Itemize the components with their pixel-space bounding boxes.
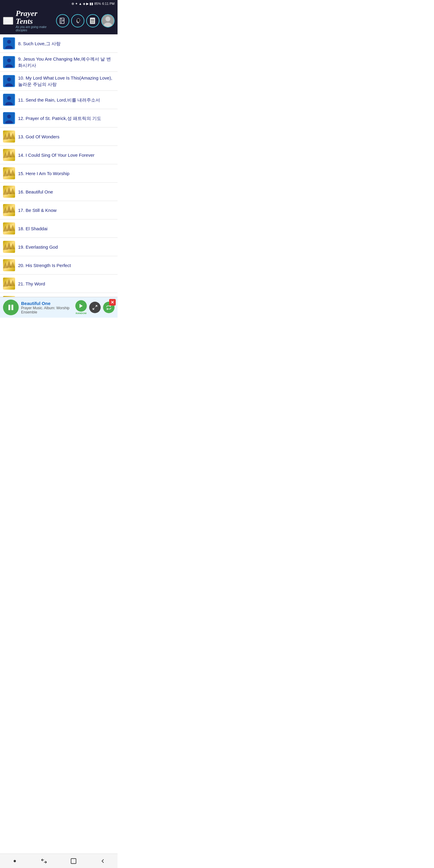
song-title: 9. Jesus You Are Changing Me,예수께서 날 변화시키… bbox=[18, 56, 115, 68]
svg-point-31 bbox=[7, 115, 11, 119]
song-thumbnail bbox=[3, 259, 15, 271]
song-item[interactable]: 14. I Could Sing Of Your Love Forever bbox=[0, 146, 118, 164]
now-playing-info: Beautiful One Prayer Music. Album: Worsh… bbox=[21, 301, 73, 314]
microphone-icon bbox=[74, 17, 82, 24]
song-title: 10. My Lord What Love Is This(Amazing Lo… bbox=[18, 75, 115, 87]
song-title: 11. Send the Rain, Lord,비를 내려주소서 bbox=[18, 97, 100, 103]
logo-area: Prayer Tents As you are going make disci… bbox=[16, 10, 54, 32]
pause-button[interactable] bbox=[3, 300, 19, 315]
bible-icon: ✝ bbox=[59, 17, 66, 24]
random-label: RANDOM bbox=[76, 312, 87, 315]
now-playing-bar: Beautiful One Prayer Music. Album: Worsh… bbox=[0, 297, 118, 318]
now-playing-title: Beautiful One bbox=[21, 301, 73, 306]
song-title: 16. Beautiful One bbox=[18, 189, 53, 195]
song-item[interactable]: 8. Such Love,그 사랑 bbox=[0, 34, 118, 53]
play-icon bbox=[79, 303, 84, 309]
svg-point-25 bbox=[7, 78, 11, 82]
song-item[interactable]: 20. His Strength Is Perfect bbox=[0, 256, 118, 275]
random-play-button[interactable] bbox=[75, 300, 87, 312]
song-thumbnail bbox=[3, 56, 15, 68]
song-thumbnail bbox=[3, 222, 15, 235]
sheet-music-icon bbox=[89, 17, 96, 24]
svg-line-74 bbox=[96, 305, 97, 307]
expand-icon bbox=[92, 305, 98, 310]
song-item[interactable]: 9. Jesus You Are Changing Me,예수께서 날 변화시키… bbox=[0, 53, 118, 72]
song-title: 8. Such Love,그 사랑 bbox=[18, 40, 61, 47]
song-item[interactable]: 18. El Shaddai bbox=[0, 219, 118, 238]
app-subtitle: As you are going make disciples bbox=[16, 25, 54, 32]
song-thumbnail bbox=[3, 112, 15, 124]
song-thumbnail bbox=[3, 167, 15, 179]
svg-line-75 bbox=[93, 308, 94, 310]
svg-marker-73 bbox=[80, 304, 83, 308]
battery: 85% bbox=[94, 2, 101, 5]
svg-point-19 bbox=[7, 40, 11, 44]
song-list: 8. Such Love,그 사랑 9. Jesus You Are Chang… bbox=[0, 34, 118, 311]
song-item[interactable]: 19. Everlasting God bbox=[0, 238, 118, 256]
np-controls: RANDOM bbox=[75, 300, 115, 315]
app-title: Prayer Tents bbox=[16, 10, 54, 25]
svg-point-22 bbox=[7, 59, 11, 62]
song-thumbnail bbox=[3, 278, 15, 290]
close-now-playing-button[interactable]: ✕ bbox=[109, 299, 116, 306]
song-item[interactable]: 11. Send the Rain, Lord,비를 내려주소서 bbox=[0, 91, 118, 109]
song-title: 13. God Of Wonders bbox=[18, 133, 59, 140]
header-icons: ✝ bbox=[56, 14, 115, 27]
song-item[interactable]: 17. Be Still & Know bbox=[0, 201, 118, 219]
expand-button[interactable] bbox=[89, 302, 101, 313]
song-title: 18. El Shaddai bbox=[18, 225, 48, 232]
song-thumbnail bbox=[3, 75, 15, 87]
svg-text:✝: ✝ bbox=[62, 21, 64, 22]
song-thumbnail bbox=[3, 37, 15, 50]
song-title: 19. Everlasting God bbox=[18, 244, 58, 250]
song-item[interactable]: 15. Here I Am To Worship bbox=[0, 164, 118, 183]
song-title: 20. His Strength Is Perfect bbox=[18, 262, 71, 269]
song-thumbnail bbox=[3, 149, 15, 161]
song-item[interactable]: 10. My Lord What Love Is This(Amazing Lo… bbox=[0, 72, 118, 91]
song-title: 15. Here I Am To Worship bbox=[18, 170, 69, 177]
pause-icon bbox=[8, 304, 14, 310]
status-icons: ⊕ ✦ ▲ ◈ ▶ ▮▮ bbox=[71, 2, 93, 6]
time: 6:11 PM bbox=[102, 2, 115, 5]
now-playing-subtitle: Prayer Music. Album: Worship Ensemble bbox=[21, 306, 73, 314]
avatar-button[interactable] bbox=[101, 14, 115, 27]
avatar-image bbox=[102, 15, 114, 27]
song-thumbnail bbox=[3, 130, 15, 143]
song-thumbnail bbox=[3, 204, 15, 216]
bible-button[interactable]: ✝ bbox=[56, 14, 69, 27]
song-title: 17. Be Still & Know bbox=[18, 207, 57, 213]
svg-point-6 bbox=[77, 19, 80, 22]
microphone-button[interactable] bbox=[71, 14, 84, 27]
sheet-music-button[interactable] bbox=[86, 14, 99, 27]
song-title: 12. Prayer of St. Patrick,성 패트릭의 기도 bbox=[18, 115, 101, 121]
svg-point-16 bbox=[105, 17, 110, 22]
app-header: Prayer Tents As you are going make disci… bbox=[0, 7, 118, 34]
song-item[interactable]: 16. Beautiful One bbox=[0, 183, 118, 201]
song-title: 21. Thy Word bbox=[18, 281, 45, 287]
song-thumbnail bbox=[3, 241, 15, 253]
song-item[interactable]: 21. Thy Word bbox=[0, 275, 118, 293]
song-item[interactable]: 12. Prayer of St. Patrick,성 패트릭의 기도 bbox=[0, 109, 118, 127]
song-item[interactable]: 13. God Of Wonders bbox=[0, 127, 118, 146]
song-thumbnail bbox=[3, 186, 15, 198]
svg-point-28 bbox=[7, 96, 11, 100]
song-thumbnail bbox=[3, 94, 15, 106]
status-bar: ⊕ ✦ ▲ ◈ ▶ ▮▮ 85% 6:11 PM bbox=[0, 0, 118, 7]
song-title: 14. I Could Sing Of Your Love Forever bbox=[18, 152, 94, 158]
hamburger-button[interactable] bbox=[3, 17, 13, 25]
